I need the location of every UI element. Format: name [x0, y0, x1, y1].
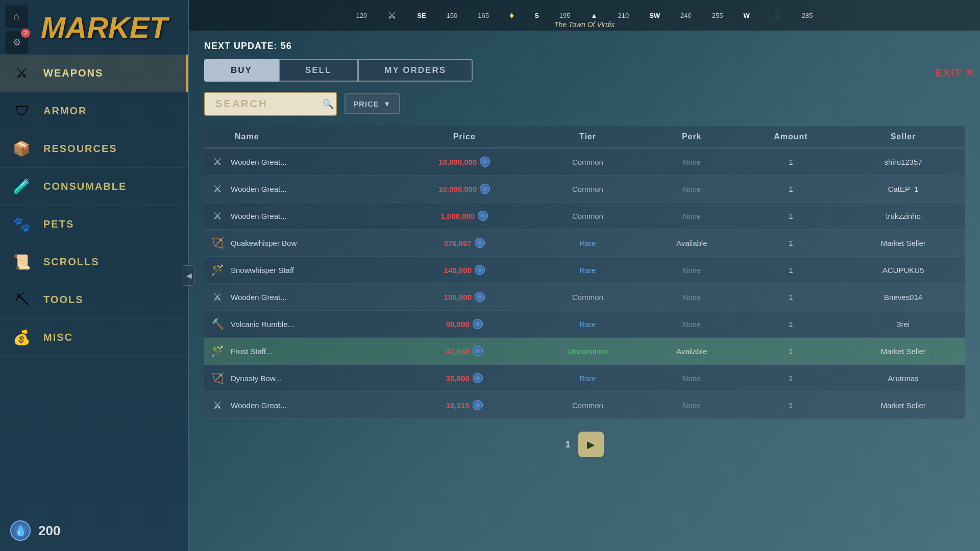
item-seller-cell: ACUPUKU5	[842, 257, 965, 284]
table-row[interactable]: ⚔ Wooden Great... 10,000,000 Common None…	[204, 148, 965, 176]
item-tier-cell: Rare	[532, 311, 644, 338]
page-number: 1	[565, 439, 570, 450]
item-tier: Rare	[579, 374, 596, 383]
currency-coin-icon	[473, 346, 483, 356]
item-name-cell: 🏹 Dynasty Bow...	[204, 365, 397, 392]
item-tier-cell: Common	[532, 176, 644, 203]
item-price: 1,000,000	[440, 212, 475, 220]
item-name-cell: ⚔ Wooden Great...	[204, 284, 397, 311]
sidebar-item-consumable[interactable]: 🧪 CONSUMABLE	[0, 168, 188, 206]
sidebar-item-pets[interactable]: 🐾 PETS	[0, 206, 188, 243]
tab-my-orders[interactable]: MY ORDERS	[358, 59, 473, 82]
item-perk-cell: None	[644, 203, 740, 230]
compass-285: 285	[802, 12, 813, 19]
compass-se-icon: ⚔	[387, 9, 397, 21]
nav-items: ⚔ WEAPONS 🛡 ARMOR 📦 RESOURCES 🧪 CONSUMAB…	[0, 55, 188, 357]
sidebar-item-resources[interactable]: 📦 RESOURCES	[0, 130, 188, 168]
exit-button[interactable]: EXIT ✕	[936, 66, 975, 80]
item-icon: 🪄	[209, 343, 226, 359]
item-icon: 🏹	[209, 235, 226, 251]
item-icon: ⚔	[209, 397, 226, 413]
item-seller-cell: trukzzinho	[842, 203, 965, 230]
item-perk: None	[682, 212, 701, 220]
item-tier-cell: Rare	[532, 230, 644, 257]
item-tier-cell: Common	[532, 284, 644, 311]
currency-coin-icon	[475, 265, 485, 275]
table-row[interactable]: ⚔ Wooden Great... 10,000,000 Common None…	[204, 176, 965, 203]
currency-icon: 💧	[10, 520, 31, 541]
item-amount-cell: 1	[740, 311, 842, 338]
item-amount-cell: 1	[740, 203, 842, 230]
sidebar-item-weapons[interactable]: ⚔ WEAPONS	[0, 55, 188, 92]
col-amount: Amount	[740, 126, 842, 148]
misc-label: MISC	[43, 332, 73, 343]
item-seller-cell: CatEP_1	[842, 176, 965, 203]
currency-coin-icon	[473, 319, 483, 329]
item-amount-cell: 1	[740, 392, 842, 419]
item-price-cell: 10,000,000	[397, 176, 532, 203]
gear-icon[interactable]: ⚙ 2	[5, 31, 28, 54]
item-tier: Uncommon	[568, 347, 607, 356]
compass-150: 150	[447, 12, 458, 19]
currency-coin-icon	[480, 157, 490, 167]
sidebar-collapse-button[interactable]: ◀	[183, 265, 195, 286]
item-name-cell: ⚔ Wooden Great...	[204, 148, 397, 176]
col-name: Name	[204, 126, 397, 148]
table-row[interactable]: 🏹 Quakewhisper Bow 376,867 Rare Availabl…	[204, 230, 965, 257]
item-icon: 🏹	[209, 370, 226, 386]
compass-se: SE	[417, 12, 426, 19]
armor-label: ARMOR	[43, 105, 87, 117]
col-seller: Seller	[842, 126, 965, 148]
home-icon[interactable]: ⌂	[5, 5, 28, 28]
item-name-cell: 🔨 Volcanic Rumble...	[204, 311, 397, 338]
search-icon[interactable]: 🔍	[323, 98, 334, 110]
pagination: 1 ▶	[204, 432, 965, 457]
table-row[interactable]: 🪄 Frost Staff... 41,660 Uncommon Availab…	[204, 338, 965, 365]
tab-sell[interactable]: SELL	[279, 59, 358, 82]
item-perk: None	[682, 266, 701, 274]
item-tier: Rare	[579, 320, 596, 329]
sidebar-item-tools[interactable]: ⛏ TOOLS	[0, 281, 188, 319]
sidebar-item-scrolls[interactable]: 📜 SCROLLS	[0, 243, 188, 281]
item-amount-cell: 1	[740, 176, 842, 203]
item-icon: ⚔	[209, 208, 226, 224]
col-tier: Tier	[532, 126, 644, 148]
item-price-cell: 41,660	[397, 338, 532, 365]
market-table: Name Price Tier Perk Amount Seller ⚔ Woo…	[204, 126, 965, 419]
compass-bar: 120 ⚔ SE 150 165 ♦ S 195 ▲ 210 SW 240 25…	[189, 0, 980, 31]
table-row[interactable]: ⚔ Wooden Great... 18,315 Common None 1 M…	[204, 392, 965, 419]
table-row[interactable]: 🔨 Volcanic Rumble... 50,000 Rare None 1 …	[204, 311, 965, 338]
item-tier-cell: Uncommon	[532, 338, 644, 365]
item-name-cell: ⚔ Wooden Great...	[204, 392, 397, 419]
item-price: 10,000,000	[438, 185, 477, 193]
table-row[interactable]: 🏹 Dynasty Bow... 35,000 Rare None 1 Arut…	[204, 365, 965, 392]
item-icon: ⚔	[209, 181, 226, 197]
item-tier: Rare	[579, 266, 596, 274]
item-perk-cell: None	[644, 392, 740, 419]
item-name: Wooden Great...	[231, 185, 287, 193]
item-amount-cell: 1	[740, 230, 842, 257]
item-name: Wooden Great...	[231, 401, 287, 410]
sidebar: ⌂ ⚙ 2 MARKET ⚔ WEAPONS 🛡 ARMOR 📦 RESOURC…	[0, 0, 189, 551]
compass-165: 165	[478, 12, 489, 19]
item-tier-cell: Common	[532, 392, 644, 419]
item-price: 376,867	[444, 239, 472, 247]
table-row[interactable]: ⚔ Wooden Great... 1,000,000 Common None …	[204, 203, 965, 230]
table-row[interactable]: 🪄 Snowwhisper Staff 145,000 Rare None 1 …	[204, 257, 965, 284]
next-page-button[interactable]: ▶	[578, 432, 604, 457]
item-perk: None	[682, 320, 701, 329]
tab-buy[interactable]: BUY	[204, 59, 279, 82]
price-filter-dropdown[interactable]: PRICE ▼	[345, 93, 400, 114]
item-seller-cell: Market Seller	[842, 338, 965, 365]
item-price: 50,000	[446, 320, 470, 329]
sidebar-item-misc[interactable]: 💰 MISC	[0, 319, 188, 357]
item-perk-cell: None	[644, 148, 740, 176]
table-row[interactable]: ⚔ Wooden Great... 100,000 Common None 1 …	[204, 284, 965, 311]
sidebar-item-armor[interactable]: 🛡 ARMOR	[0, 92, 188, 130]
item-price: 35,000	[446, 374, 470, 383]
currency-coin-icon	[480, 184, 490, 194]
market-title: MARKET	[0, 0, 188, 49]
search-input[interactable]	[215, 98, 317, 110]
item-price-cell: 1,000,000	[397, 203, 532, 230]
resources-icon: 📦	[10, 137, 33, 160]
